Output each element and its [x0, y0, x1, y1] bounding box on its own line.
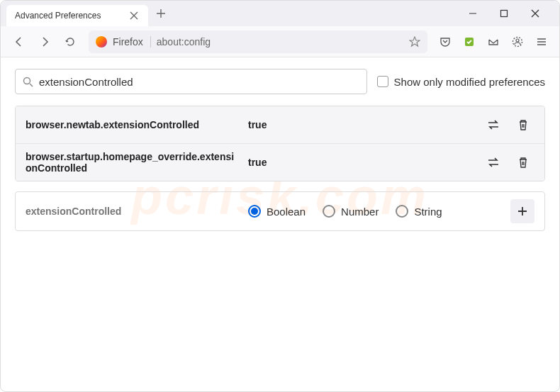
- menu-button[interactable]: [531, 31, 552, 52]
- search-icon: [23, 77, 33, 87]
- tab-title: Advanced Preferences: [15, 11, 123, 21]
- bookmark-star-icon[interactable]: [409, 36, 420, 47]
- type-radio-group: Boolean Number String: [248, 205, 500, 218]
- reload-button[interactable]: [59, 30, 82, 53]
- svg-point-4: [24, 77, 30, 84]
- close-tab-icon[interactable]: [128, 10, 140, 21]
- radio-label: Number: [341, 206, 379, 218]
- search-box[interactable]: [15, 69, 367, 94]
- show-modified-label: Show only modified preferences: [394, 76, 545, 88]
- url-bar[interactable]: Firefox about:config: [89, 30, 427, 53]
- nav-toolbar: Firefox about:config: [1, 26, 559, 57]
- close-window-button[interactable]: [525, 4, 545, 23]
- content-area: Show only modified preferences browser.n…: [1, 57, 559, 242]
- radio-string[interactable]: String: [396, 205, 442, 218]
- pocket-icon[interactable]: [435, 31, 456, 52]
- browser-tab[interactable]: Advanced Preferences: [6, 5, 148, 26]
- radio-icon: [396, 205, 408, 218]
- pref-row[interactable]: browser.newtab.extensionControlled true: [16, 106, 544, 143]
- account-icon[interactable]: [507, 31, 528, 52]
- mail-icon[interactable]: [483, 31, 504, 52]
- pref-name: browser.newtab.extensionControlled: [26, 119, 238, 130]
- back-button[interactable]: [8, 30, 30, 53]
- pref-value: true: [248, 157, 472, 168]
- toggle-button[interactable]: [482, 113, 505, 136]
- extension-icon[interactable]: [459, 31, 480, 52]
- new-tab-button[interactable]: [151, 4, 171, 23]
- toggle-button[interactable]: [482, 151, 505, 174]
- checkbox-icon[interactable]: [377, 76, 388, 87]
- svg-point-3: [516, 39, 519, 42]
- minimize-button[interactable]: [463, 4, 483, 23]
- url-text: about:config: [157, 36, 403, 47]
- search-input[interactable]: [39, 76, 359, 88]
- radio-label: Boolean: [267, 206, 306, 218]
- url-identity-label: Firefox: [113, 36, 151, 47]
- radio-icon: [323, 205, 335, 218]
- firefox-logo-icon: [96, 36, 107, 47]
- new-pref-name: extensionControlled: [26, 206, 238, 217]
- svg-rect-0: [501, 11, 508, 17]
- forward-button[interactable]: [33, 30, 56, 53]
- titlebar: Advanced Preferences: [1, 1, 559, 26]
- search-row: Show only modified preferences: [15, 69, 545, 94]
- delete-button[interactable]: [512, 151, 534, 174]
- radio-number[interactable]: Number: [323, 205, 379, 218]
- radio-label: String: [414, 206, 442, 218]
- pref-list: browser.newtab.extensionControlled true …: [15, 106, 545, 181]
- pref-name: browser.startup.homepage_override.extens…: [26, 151, 238, 174]
- radio-icon: [248, 205, 261, 218]
- pref-value: true: [248, 119, 472, 130]
- delete-button[interactable]: [512, 113, 534, 136]
- add-pref-button[interactable]: [510, 199, 534, 223]
- pref-row[interactable]: browser.startup.homepage_override.extens…: [16, 143, 544, 181]
- radio-boolean[interactable]: Boolean: [248, 205, 306, 218]
- maximize-button[interactable]: [494, 4, 514, 23]
- show-modified-toggle[interactable]: Show only modified preferences: [377, 76, 545, 88]
- new-pref-row: extensionControlled Boolean Number Strin…: [15, 191, 545, 231]
